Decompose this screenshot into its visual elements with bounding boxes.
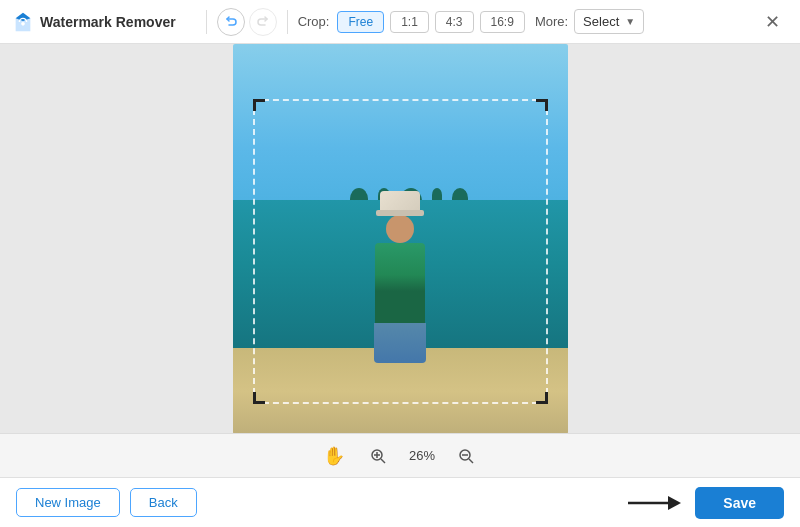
- zoom-out-button[interactable]: [452, 442, 480, 470]
- crop-4-3-button[interactable]: 4:3: [435, 11, 474, 33]
- app-title: Watermark Remover: [40, 14, 176, 30]
- svg-marker-9: [668, 496, 681, 510]
- save-button[interactable]: Save: [695, 487, 784, 519]
- arrow-icon: [623, 488, 683, 518]
- undo-icon: [224, 15, 238, 29]
- crop-16-9-button[interactable]: 16:9: [480, 11, 525, 33]
- app-logo-icon: [12, 11, 34, 33]
- svg-point-0: [21, 22, 25, 26]
- select-label: Select: [583, 14, 619, 29]
- zoom-controls: 26%: [364, 442, 480, 470]
- undo-button[interactable]: [217, 8, 245, 36]
- crop-label: Crop:: [298, 14, 330, 29]
- more-label: More:: [535, 14, 568, 29]
- svg-line-6: [469, 459, 473, 463]
- zoom-in-button[interactable]: [364, 442, 392, 470]
- zoom-out-icon: [458, 448, 474, 464]
- person-hat: [380, 191, 420, 213]
- zoom-in-icon: [370, 448, 386, 464]
- app-logo: Watermark Remover: [12, 11, 176, 33]
- person-shorts: [374, 323, 426, 363]
- person-body: [375, 243, 425, 323]
- zoom-level: 26%: [402, 448, 442, 463]
- person-head: [386, 215, 414, 243]
- svg-line-2: [381, 459, 385, 463]
- footer-right: Save: [623, 487, 784, 519]
- close-button[interactable]: ✕: [756, 6, 788, 38]
- main-content: [0, 44, 800, 433]
- crop-options: Free 1:1 4:3 16:9: [337, 11, 524, 33]
- hand-tool-button[interactable]: ✋: [320, 442, 348, 470]
- photo-background: [233, 44, 568, 433]
- crop-1-1-button[interactable]: 1:1: [390, 11, 429, 33]
- crop-free-button[interactable]: Free: [337, 11, 384, 33]
- zoom-toolbar: ✋ 26%: [0, 433, 800, 477]
- footer-bar: New Image Back Save: [0, 477, 800, 527]
- save-arrow-icon: [623, 488, 683, 518]
- title-bar: Watermark Remover Crop: Free 1:1 4:3 16:…: [0, 0, 800, 44]
- nav-buttons: [217, 8, 277, 36]
- chevron-down-icon: ▼: [625, 16, 635, 27]
- image-container: [233, 44, 568, 433]
- toolbar-divider: [206, 10, 207, 34]
- select-dropdown[interactable]: Select ▼: [574, 9, 644, 34]
- back-button[interactable]: Back: [130, 488, 197, 517]
- person-figure: [374, 191, 426, 363]
- footer-left: New Image Back: [16, 488, 197, 517]
- redo-icon: [256, 15, 270, 29]
- redo-button[interactable]: [249, 8, 277, 36]
- new-image-button[interactable]: New Image: [16, 488, 120, 517]
- toolbar-divider-2: [287, 10, 288, 34]
